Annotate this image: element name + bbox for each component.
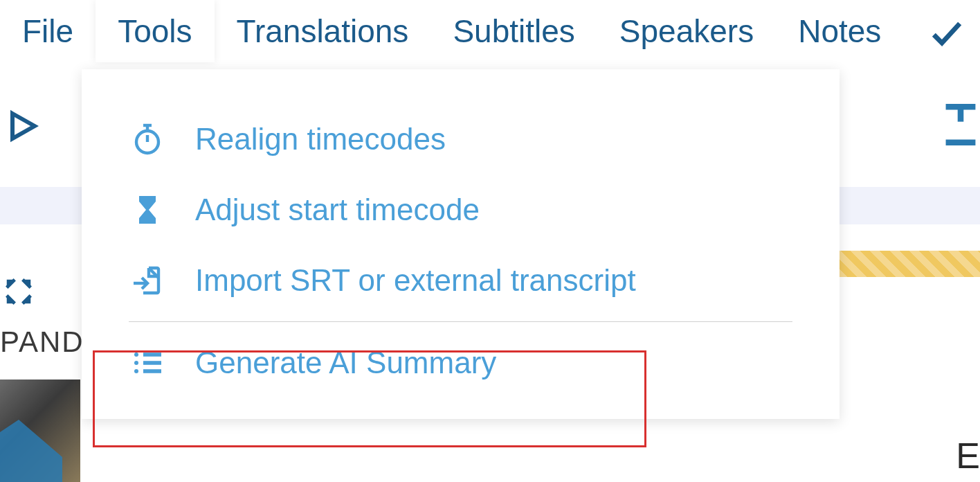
thumbnail-overlay: [0, 420, 62, 482]
dropdown-import-srt[interactable]: Import SRT or external transcript: [82, 245, 840, 316]
svg-point-10: [134, 361, 138, 365]
menu-file[interactable]: File: [0, 0, 96, 62]
svg-point-9: [134, 352, 138, 357]
video-thumbnail[interactable]: [0, 380, 80, 482]
dropdown-item-label: Realign timecodes: [195, 122, 446, 157]
timeline-region: [837, 251, 980, 277]
list-icon: [129, 344, 166, 382]
menubar: File Tools Translations Subtitles Speake…: [0, 0, 980, 62]
dropdown-item-label: Import SRT or external transcript: [195, 263, 636, 298]
expand-label-partial: PAND: [0, 325, 84, 359]
import-file-icon: [129, 262, 166, 299]
dropdown-adjust-start-timecode[interactable]: Adjust start timecode: [82, 175, 840, 245]
dropdown-item-label: Adjust start timecode: [195, 193, 480, 227]
dropdown-generate-ai-summary[interactable]: Generate AI Summary: [82, 328, 840, 398]
svg-marker-3: [12, 114, 35, 139]
menu-speakers[interactable]: Speakers: [597, 0, 776, 62]
dropdown-divider: [129, 321, 792, 322]
play-icon[interactable]: [6, 109, 39, 145]
menu-notes[interactable]: Notes: [776, 0, 903, 62]
dropdown-item-label: Generate AI Summary: [195, 346, 496, 380]
stopwatch-icon: [129, 120, 166, 158]
expand-icon[interactable]: [3, 276, 35, 310]
hourglass-icon: [129, 191, 166, 229]
right-letter-partial: E: [956, 435, 980, 476]
menu-subtitles[interactable]: Subtitles: [430, 0, 597, 62]
split-icon-partial: [943, 104, 979, 148]
menu-translations[interactable]: Translations: [215, 0, 431, 62]
menu-tools[interactable]: Tools: [96, 0, 214, 62]
dropdown-realign-timecodes[interactable]: Realign timecodes: [82, 104, 840, 175]
tools-dropdown: Realign timecodes Adjust start timecode …: [82, 69, 840, 419]
svg-point-11: [134, 369, 138, 373]
